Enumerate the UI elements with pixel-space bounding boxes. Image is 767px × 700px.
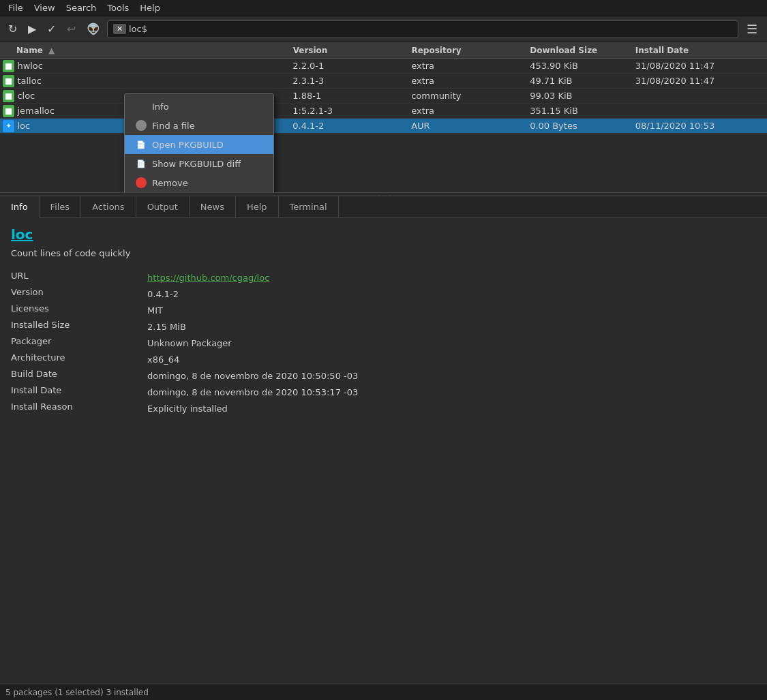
ctx-find-file-label: Find a file [152, 121, 195, 131]
statusbar: 5 packages (1 selected) 3 installed [0, 684, 767, 700]
package-area: Name ▲ Version Repository Download Size … [0, 42, 767, 192]
pkg-dl-size: 453.90 KiB [530, 61, 635, 71]
menu-view[interactable]: View [29, 1, 61, 14]
tab-output[interactable]: Output [136, 196, 190, 217]
pkg-status-icon: ■ [3, 90, 14, 102]
pkg-name: talloc [17, 76, 292, 86]
pkg-status-icon: ■ [3, 75, 14, 87]
check-button[interactable]: ✓ [43, 20, 60, 38]
ctx-show-pkgbuild-diff[interactable]: 📄 Show PKGBUILD diff [125, 154, 273, 173]
tab-files[interactable]: Files [40, 196, 82, 217]
toolbar: ↻ ▶ ✓ ↩ 👽 ✕ loc$ ☰ [0, 16, 767, 42]
ctx-info-label: Info [152, 102, 169, 112]
pkg-repo: AUR [411, 121, 530, 131]
info-value-install-date: domingo, 8 de novembro de 2020 10:53:17 … [147, 384, 756, 400]
pkg-version: 1:5.2.1-3 [292, 106, 411, 116]
pkg-install-date: 31/08/2020 11:47 [635, 61, 767, 71]
ctx-show-pkgbuild-diff-icon: 📄 [136, 158, 147, 169]
info-row-architecture: Architecture x86_64 [11, 351, 756, 367]
alien-button[interactable]: 👽 [82, 20, 104, 38]
pkg-repo: extra [411, 106, 530, 116]
info-label-url: URL [11, 269, 147, 286]
info-label-build-date: Build Date [11, 367, 147, 384]
ctx-info-icon [136, 101, 147, 112]
pkg-install-date: 08/11/2020 10:53 [635, 121, 767, 131]
bottom-panel: Info Files Actions Output News Help Term… [0, 196, 767, 684]
info-value-packager: Unknown Packager [147, 335, 756, 351]
info-row-licenses: Licenses MIT [11, 302, 756, 318]
pkg-dl-size: 0.00 Bytes [530, 121, 635, 131]
ctx-open-pkgbuild-label: Open PKGBUILD [152, 140, 224, 150]
search-input-text: loc$ [129, 24, 147, 34]
info-label-install-date: Install Date [11, 384, 147, 400]
search-clear-button[interactable]: ✕ [113, 24, 126, 34]
menu-file[interactable]: File [3, 1, 29, 14]
hamburger-button[interactable]: ☰ [741, 19, 763, 40]
sort-arrow-name: ▲ [48, 46, 55, 55]
tab-actions[interactable]: Actions [81, 196, 136, 217]
table-row[interactable]: ■ hwloc 2.2.0-1 extra 453.90 KiB 31/08/2… [0, 59, 767, 74]
pkg-version: 1.88-1 [292, 91, 411, 101]
statusbar-left: 5 packages (1 selected) 3 installed [5, 688, 149, 697]
menu-search[interactable]: Search [61, 1, 102, 14]
tab-info[interactable]: Info [0, 196, 40, 218]
menubar: File View Search Tools Help [0, 0, 767, 16]
table-row[interactable]: ■ jemalloc 1:5.2.1-3 extra 351.15 KiB [0, 104, 767, 119]
pkg-version: 2.3.1-3 [292, 76, 411, 86]
ctx-open-pkgbuild[interactable]: 📄 Open PKGBUILD [125, 135, 273, 154]
undo-button[interactable]: ↩ [63, 20, 80, 38]
pkg-dl-size: 351.15 KiB [530, 106, 635, 116]
table-header: Name ▲ Version Repository Download Size … [0, 42, 767, 59]
tab-help[interactable]: Help [236, 196, 279, 217]
col-header-download-size[interactable]: Download Size [530, 46, 635, 55]
table-row[interactable]: ■ talloc 2.3.1-3 extra 49.71 KiB 31/08/2… [0, 74, 767, 89]
refresh-button[interactable]: ↻ [4, 20, 21, 38]
pkg-dl-size: 49.71 KiB [530, 76, 635, 86]
package-title[interactable]: loc [11, 226, 756, 243]
info-value-url: https://github.com/cgag/loc [147, 269, 756, 286]
ctx-info[interactable]: Info [125, 97, 273, 116]
ctx-find-file[interactable]: Find a file [125, 116, 273, 135]
info-value-build-date: domingo, 8 de novembro de 2020 10:50:50 … [147, 367, 756, 384]
table-row[interactable]: ■ cloc 1.88-1 community 99.03 KiB [0, 89, 767, 104]
info-label-packager: Packager [11, 335, 147, 351]
info-row-install-reason: Install Reason Explicitly installed [11, 400, 756, 416]
menu-help[interactable]: Help [134, 1, 166, 14]
info-table: URL https://github.com/cgag/loc Version … [11, 269, 756, 416]
pkg-status-icon-aur: ✦ [3, 120, 14, 132]
pkg-name: hwloc [17, 61, 292, 71]
ctx-open-pkgbuild-icon: 📄 [136, 139, 147, 150]
pkg-status-icon: ■ [3, 105, 14, 117]
package-description: Count lines of code quickly [11, 248, 756, 258]
col-header-version[interactable]: Version [293, 46, 412, 55]
url-link[interactable]: https://github.com/cgag/loc [147, 273, 269, 283]
pkg-repo: extra [411, 61, 530, 71]
pkg-version: 2.2.0-1 [292, 61, 411, 71]
col-header-repository[interactable]: Repository [411, 46, 530, 55]
info-value-install-reason: Explicitly installed [147, 400, 756, 416]
col-header-name[interactable]: Name ▲ [16, 46, 293, 55]
info-label-installed-size: Installed Size [11, 318, 147, 335]
info-value-version: 0.4.1-2 [147, 286, 756, 302]
info-value-licenses: MIT [147, 302, 756, 318]
table-row-selected[interactable]: ✦ loc 0.4.1-2 AUR 0.00 Bytes 08/11/2020 … [0, 119, 767, 134]
info-value-architecture: x86_64 [147, 351, 756, 367]
menu-tools[interactable]: Tools [102, 1, 134, 14]
ctx-remove-icon [136, 177, 147, 188]
info-row-install-date: Install Date domingo, 8 de novembro de 2… [11, 384, 756, 400]
pkg-install-date: 31/08/2020 11:47 [635, 76, 767, 86]
tab-terminal[interactable]: Terminal [279, 196, 339, 217]
pkg-repo: community [411, 91, 530, 101]
info-row-url: URL https://github.com/cgag/loc [11, 269, 756, 286]
ctx-remove[interactable]: Remove [125, 173, 273, 192]
info-row-installed-size: Installed Size 2.15 MiB [11, 318, 756, 335]
info-row-version: Version 0.4.1-2 [11, 286, 756, 302]
ctx-remove-label: Remove [152, 178, 188, 188]
col-header-install-date[interactable]: Install Date [635, 46, 767, 55]
pkg-status-icon: ■ [3, 60, 14, 72]
info-row-packager: Packager Unknown Packager [11, 335, 756, 351]
ctx-show-pkgbuild-diff-label: Show PKGBUILD diff [152, 159, 241, 169]
tab-news[interactable]: News [190, 196, 236, 217]
info-label-architecture: Architecture [11, 351, 147, 367]
play-button[interactable]: ▶ [24, 20, 40, 38]
